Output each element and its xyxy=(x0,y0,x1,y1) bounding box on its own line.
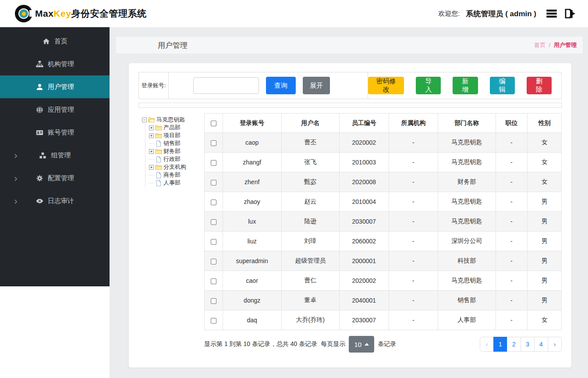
pagination-prev[interactable]: ‹ xyxy=(480,337,494,352)
expand-button[interactable]: 展开 xyxy=(303,77,330,94)
table-cell: superadmin xyxy=(223,251,281,271)
table-cell: 男 xyxy=(528,232,562,251)
tree-node[interactable]: +分支机构 xyxy=(149,163,204,171)
pagination: ‹1234› xyxy=(480,337,562,352)
row-checkbox[interactable] xyxy=(211,140,216,146)
table-row[interactable]: caop曹丕2020002-马克思钥匙-女 xyxy=(205,133,562,153)
pagination-page-2[interactable]: 2 xyxy=(507,337,521,352)
change-password-button[interactable]: 密码修改 xyxy=(368,77,404,94)
table-row[interactable]: superadmin超级管理员2000001-科技部-男 xyxy=(205,251,562,271)
page-size-select[interactable]: 10 xyxy=(349,336,374,353)
row-checkbox[interactable] xyxy=(211,180,216,185)
page-title-bar: 用户管理 首页 / 用户管理 xyxy=(116,37,583,53)
welcome-label: 欢迎您: xyxy=(438,10,460,18)
tree-node[interactable]: 商务部 xyxy=(149,171,204,179)
table-row[interactable]: zhenf甄宓2020008-财务部-女 xyxy=(205,172,562,192)
search-button[interactable]: 查询 xyxy=(266,77,296,94)
pagination-page-1[interactable]: 1 xyxy=(493,337,507,352)
login-account-input[interactable] xyxy=(193,77,259,94)
row-checkbox[interactable] xyxy=(211,259,216,264)
row-checkbox[interactable] xyxy=(211,160,216,166)
table-cell: - xyxy=(389,192,438,212)
pagination-next[interactable]: › xyxy=(548,337,562,352)
row-checkbox[interactable] xyxy=(211,278,216,284)
table-cell: 财务部 xyxy=(438,172,496,192)
tree-node[interactable]: +财务部 xyxy=(149,147,204,155)
org-tree: −马克思钥匙+产品部+项目部销售部+财务部行政部+分支机构商务部人事部 xyxy=(138,113,204,353)
select-all-checkbox[interactable] xyxy=(211,121,216,126)
pagination-page-3[interactable]: 3 xyxy=(521,337,535,352)
sidebar-item-account-management[interactable]: 账号管理 xyxy=(0,121,110,144)
table-row[interactable]: zhaoy赵云2010004-马克思钥匙-男 xyxy=(205,192,562,212)
sidebar-item-org-management[interactable]: 机构管理 xyxy=(0,53,110,75)
tree-expand-toggle[interactable]: + xyxy=(149,125,154,130)
row-checkbox[interactable] xyxy=(211,239,216,245)
edit-button[interactable]: 编辑 xyxy=(490,77,515,94)
home-icon xyxy=(42,37,50,45)
brand[interactable]: MaxKey身份安全管理系统 xyxy=(15,5,146,22)
table-cell: 超级管理员 xyxy=(281,251,339,271)
add-button[interactable]: 新增 xyxy=(453,77,478,94)
row-checkbox-cell xyxy=(205,232,223,251)
table-cell: - xyxy=(496,251,528,271)
table-row[interactable]: daq大乔(乔玮)2030007-人事部-女 xyxy=(205,310,562,330)
header-checkbox-cell xyxy=(205,114,223,133)
table-cell: 曹丕 xyxy=(281,133,339,153)
sidebar-item-config-management[interactable]: 配置管理 xyxy=(0,167,110,189)
table-cell: liuz xyxy=(223,232,281,251)
sidebar-item-home[interactable]: 首页 xyxy=(0,30,110,53)
table-cell: 女 xyxy=(528,310,562,330)
table-cell: 2020008 xyxy=(339,172,389,192)
chevron-right-icon xyxy=(13,153,18,158)
tree-expand-toggle[interactable]: + xyxy=(149,133,154,138)
table-row[interactable]: liuz刘璋2060002-深圳分公司-男 xyxy=(205,232,562,251)
page-size-value: 10 xyxy=(354,341,361,348)
tree-expand-toggle[interactable]: + xyxy=(149,165,154,170)
table-row[interactable]: zhangf张飞2010003-马克思钥匙-女 xyxy=(205,153,562,172)
folder-icon xyxy=(155,132,162,139)
table-cell: zhangf xyxy=(223,153,281,172)
table-cell: 科技部 xyxy=(438,251,496,271)
table-row[interactable]: lux陆逊2030007-马克思钥匙-男 xyxy=(205,212,562,232)
tree-expand-toggle[interactable]: + xyxy=(149,149,154,154)
sidebar-item-group-management[interactable]: 组管理 xyxy=(0,144,110,167)
tree-collapse-toggle[interactable]: − xyxy=(142,118,147,122)
row-checkbox-cell xyxy=(205,291,223,310)
row-checkbox[interactable] xyxy=(211,318,216,324)
sidebar-item-app-management[interactable]: 应用管理 xyxy=(0,98,110,121)
sitemap-icon xyxy=(35,60,43,68)
tree-root-node[interactable]: −马克思钥匙 xyxy=(142,116,204,124)
tree-node[interactable]: 行政部 xyxy=(149,155,204,163)
tree-node-label: 项目部 xyxy=(163,132,181,139)
table-row[interactable]: caor曹仁2020002-马克思钥匙-男 xyxy=(205,271,562,291)
table-cell: 销售部 xyxy=(438,291,496,310)
tree-node[interactable]: 销售部 xyxy=(149,139,204,147)
sidebar-item-user-management[interactable]: 用户管理 xyxy=(0,75,110,98)
import-button[interactable]: 导入 xyxy=(416,77,441,94)
table-cell: - xyxy=(496,232,528,251)
delete-button[interactable]: 删除 xyxy=(527,77,552,94)
sidebar-item-log-audit[interactable]: 日志审计 xyxy=(0,189,110,212)
table-cell: - xyxy=(496,310,528,330)
sidebar-item-label: 机构管理 xyxy=(48,60,74,68)
pagination-page-4[interactable]: 4 xyxy=(534,337,548,352)
list-icon[interactable] xyxy=(545,7,558,20)
table-cell: - xyxy=(389,212,438,232)
row-checkbox[interactable] xyxy=(211,219,216,225)
per-page-suffix: 条记录 xyxy=(378,340,396,348)
tree-node[interactable]: +产品部 xyxy=(149,124,204,132)
table-cell: - xyxy=(389,251,438,271)
row-checkbox[interactable] xyxy=(211,200,216,205)
logout-icon[interactable] xyxy=(563,7,577,20)
table-cell: 董卓 xyxy=(281,291,339,310)
tree-node[interactable]: +项目部 xyxy=(149,132,204,139)
breadcrumb-home-link[interactable]: 首页 xyxy=(534,42,545,48)
table-cell: 2030007 xyxy=(339,212,389,232)
folder-open-icon xyxy=(148,117,155,123)
table-row[interactable]: dongz董卓2040001-销售部-男 xyxy=(205,291,562,310)
table-cell: 深圳分公司 xyxy=(438,232,496,251)
table-cell: lux xyxy=(223,212,281,232)
row-checkbox-cell xyxy=(205,172,223,192)
tree-node[interactable]: 人事部 xyxy=(149,179,204,187)
row-checkbox[interactable] xyxy=(211,298,216,304)
